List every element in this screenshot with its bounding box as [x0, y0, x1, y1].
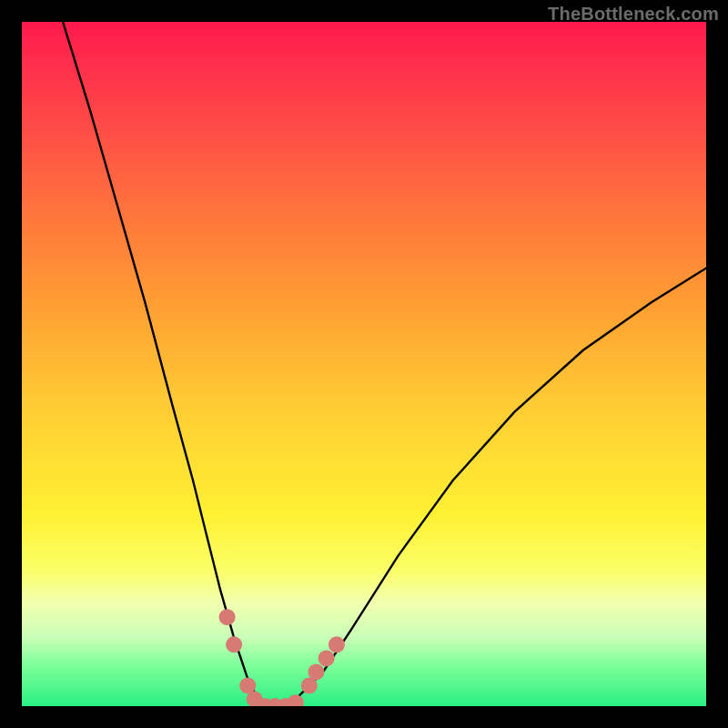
bottleneck-curve — [22, 22, 706, 706]
curve-marker — [219, 609, 236, 625]
curve-marker — [329, 636, 345, 652]
curve-marker — [288, 694, 304, 706]
curve-marker — [226, 636, 242, 652]
chart-frame: TheBottleneck.com — [0, 0, 728, 728]
curve-marker — [318, 650, 335, 666]
plot-area — [22, 22, 706, 706]
curve-marker — [308, 663, 324, 680]
